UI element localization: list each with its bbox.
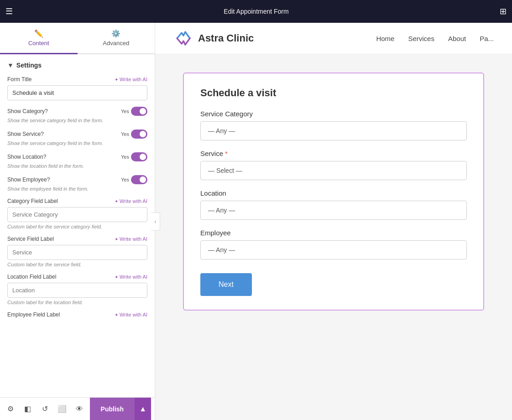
nav-home[interactable]: Home (376, 35, 394, 42)
show-service-group: Show Service? Yes Show the service categ… (7, 130, 147, 146)
site-nav: Home Services About Pa... (376, 35, 494, 42)
show-category-yes-label: Yes (121, 109, 129, 114)
publish-bar: ⚙ ◧ ↺ ⬜ 👁 Publish ▲ (0, 397, 155, 420)
sidebar-content: ▼ Settings Form Title Write with AI Show… (0, 54, 155, 397)
required-star: * (225, 150, 228, 157)
service-field-label: Service * (200, 150, 467, 157)
show-service-toggle-switch[interactable]: Yes (121, 130, 147, 139)
page-title: Edit Appointment Form (18, 8, 494, 15)
site-name: Astra Clinic (198, 32, 254, 44)
category-field-label-group: Category Field Label Write with AI Custo… (7, 198, 147, 229)
location-field-label: Location (200, 189, 467, 197)
employee-field-label-group: Employee Field Label Write with AI (7, 311, 147, 318)
main-layout: ✏️ Content ⚙️ Advanced ▼ Settings Form T… (0, 23, 512, 420)
location-field-label: Location Field Label (7, 274, 56, 280)
show-location-label: Show Location? (7, 154, 46, 160)
layers-bar-icon[interactable]: ◧ (21, 401, 35, 417)
gear-tab-icon: ⚙️ (111, 29, 120, 38)
show-employee-toggle-switch[interactable]: Yes (121, 175, 147, 184)
location-select[interactable]: — Any — (200, 201, 467, 220)
form-title-input[interactable] (7, 85, 147, 100)
employee-select[interactable]: — Any — (200, 240, 467, 259)
show-category-toggle-switch[interactable]: Yes (121, 107, 147, 116)
eye-bar-icon[interactable]: 👁 (73, 401, 86, 417)
collapse-arrow-icon: ▼ (7, 62, 14, 69)
service-category-select[interactable]: — Any — (200, 121, 467, 140)
location-field-label-row: Location Field Label Write with AI (7, 274, 147, 280)
site-header: Astra Clinic Home Services About Pa... (155, 23, 512, 54)
category-field-hint: Custom label for the service category fi… (7, 224, 147, 229)
history-bar-icon[interactable]: ↺ (38, 401, 52, 417)
form-title-ai-button[interactable]: Write with AI (115, 77, 147, 82)
responsive-bar-icon[interactable]: ⬜ (55, 401, 69, 417)
show-service-yes-label: Yes (121, 131, 129, 137)
appointment-form: Schedule a visit Service Category — Any … (183, 73, 484, 311)
show-location-toggle-switch[interactable]: Yes (121, 152, 147, 161)
publish-button[interactable]: Publish (90, 398, 135, 420)
show-category-toggle[interactable] (131, 107, 147, 116)
location-field-label-group: Location Field Label Write with AI Custo… (7, 274, 147, 305)
form-title-label-row: Form Title Write with AI (7, 76, 147, 83)
tab-content[interactable]: ✏️ Content (0, 23, 78, 54)
settings-bar-icon[interactable]: ⚙ (4, 401, 17, 417)
show-location-yes-label: Yes (121, 154, 129, 160)
location-field-hint: Custom label for the location field. (7, 300, 147, 305)
settings-label: Settings (16, 62, 42, 69)
show-service-label: Show Service? (7, 131, 44, 137)
show-location-toggle[interactable] (131, 152, 147, 161)
tab-advanced[interactable]: ⚙️ Advanced (78, 23, 155, 53)
employee-ai-button[interactable]: Write with AI (115, 312, 147, 317)
show-location-row: Show Location? Yes (7, 152, 147, 161)
service-select[interactable]: — Select — (200, 161, 467, 180)
form-title-label: Form Title (7, 76, 31, 83)
employee-field: Employee — Any — (200, 229, 467, 259)
category-field-input[interactable] (7, 207, 147, 222)
show-location-hint: Show the location field in the form. (7, 163, 147, 169)
category-field-label: Category Field Label (7, 198, 58, 204)
show-service-toggle[interactable] (131, 130, 147, 139)
logo-icon (173, 28, 193, 48)
hamburger-icon[interactable]: ☰ (5, 6, 13, 16)
sidebar: ✏️ Content ⚙️ Advanced ▼ Settings Form T… (0, 23, 155, 420)
service-field-hint: Custom label for the service field. (7, 262, 147, 267)
top-bar: ☰ Edit Appointment Form ⊞ (0, 0, 512, 23)
sidebar-tabs: ✏️ Content ⚙️ Advanced (0, 23, 155, 54)
show-employee-hint: Show the employee field in the form. (7, 186, 147, 192)
show-service-hint: Show the service category field in the f… (7, 140, 147, 146)
show-category-group: Show Category? Yes Show the service cate… (7, 107, 147, 123)
service-category-field-label: Service Category (200, 110, 467, 118)
service-category-field: Service Category — Any — (200, 110, 467, 140)
settings-header: ▼ Settings (7, 62, 147, 69)
publish-chevron-button[interactable]: ▲ (135, 398, 151, 420)
grid-icon[interactable]: ⊞ (500, 6, 507, 16)
service-field-label-group: Service Field Label Write with AI Custom… (7, 236, 147, 267)
form-container: Schedule a visit Service Category — Any … (183, 73, 484, 311)
nav-services[interactable]: Services (408, 35, 434, 42)
service-field-label: Service Field Label (7, 236, 54, 242)
service-field-input[interactable] (7, 245, 147, 260)
show-employee-toggle[interactable] (131, 175, 147, 184)
employee-field-label: Employee Field Label (7, 311, 60, 318)
location-field: Location — Any — (200, 189, 467, 220)
show-category-label: Show Category? (7, 108, 48, 114)
service-ai-button[interactable]: Write with AI (115, 236, 147, 242)
collapse-handle[interactable]: ‹ (151, 213, 160, 231)
nav-more[interactable]: Pa... (480, 35, 494, 42)
show-location-group: Show Location? Yes Show the location fie… (7, 152, 147, 169)
publish-btn-group: Publish ▲ (90, 398, 151, 420)
nav-about[interactable]: About (448, 35, 466, 42)
service-field: Service * — Select — (200, 150, 467, 180)
location-ai-button[interactable]: Write with AI (115, 274, 147, 280)
show-employee-yes-label: Yes (121, 177, 129, 182)
show-employee-label: Show Employee? (7, 176, 50, 183)
pen-icon: ✏️ (34, 29, 43, 38)
employee-field-label: Employee (200, 229, 467, 237)
category-ai-button[interactable]: Write with AI (115, 198, 147, 204)
service-field-label-row: Service Field Label Write with AI (7, 236, 147, 242)
employee-field-label-row: Employee Field Label Write with AI (7, 311, 147, 318)
next-button[interactable]: Next (200, 273, 252, 296)
show-category-hint: Show the service category field in the f… (7, 118, 147, 123)
site-logo: Astra Clinic (173, 28, 254, 48)
form-title-group: Form Title Write with AI (7, 76, 147, 100)
location-field-input[interactable] (7, 283, 147, 298)
